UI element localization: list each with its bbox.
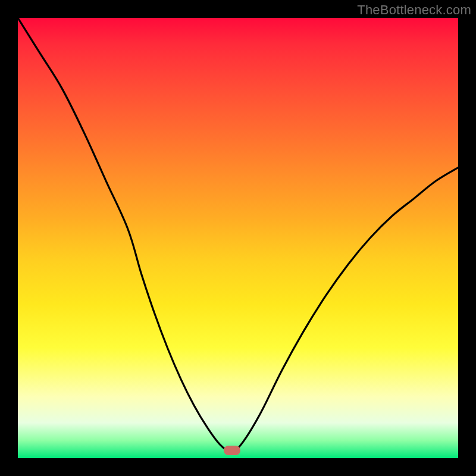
bottleneck-curve: [18, 18, 458, 458]
chart-frame: TheBottleneck.com: [0, 0, 476, 476]
curve-path: [18, 18, 458, 452]
minimum-marker: [224, 446, 240, 455]
attribution-text: TheBottleneck.com: [357, 2, 471, 18]
plot-area: [18, 18, 458, 458]
